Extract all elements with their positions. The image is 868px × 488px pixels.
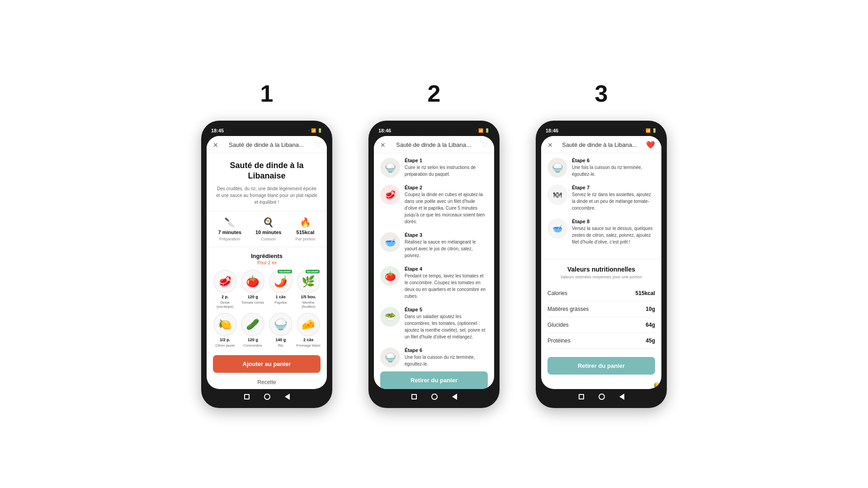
close-button-2[interactable]: ✕ <box>380 141 386 149</box>
ingredient-item-8: 🧀 2 càs Fromage blanc <box>297 313 321 348</box>
heart-button-2[interactable]: ♡ <box>481 141 488 149</box>
ingredient-amount-4: 1/5 bou. <box>301 295 316 299</box>
home-square-btn-3[interactable] <box>579 394 584 399</box>
screen-column-3: 3 18:46 ⋅ 📶 🔋 ✕ Sauté de dinde à la <box>536 80 667 408</box>
step-item-5: 🥗 Étape 5 Dans un saladier ajoutez les c… <box>380 307 488 340</box>
phone-frame-2: 18:46 ⋅ 📶 🔋 ✕ Sauté de dinde à la Libana… <box>368 121 500 408</box>
nutrition-row-fat: Matières grasses 10g <box>547 301 655 317</box>
screen-number-2: 2 <box>428 80 441 107</box>
remove-cart-button-3[interactable]: Retirer du panier <box>547 357 655 375</box>
phone-notch-3 <box>579 126 624 134</box>
prep-label: Préparation <box>219 237 241 241</box>
home-circle-btn-3[interactable] <box>599 394 605 400</box>
ingredient-img-8: 🧀 <box>297 313 320 336</box>
step-img-3-2: 🍽 🍅 <box>547 185 567 205</box>
home-square-btn-2[interactable] <box>411 394 417 399</box>
ingredient-name-4: Menthe (feuilles) <box>297 300 321 309</box>
nutrition-label-fat: Matières grasses <box>547 306 589 312</box>
cal-label: Par portion <box>295 237 315 241</box>
recipe-title-section: Sauté de dinde à la Libanaise Des crudit… <box>207 153 327 211</box>
step-img-2: 🥩 <box>380 185 400 205</box>
step-item-2: 🥩 Étape 2 Coupez la dinde en cubes et aj… <box>380 185 488 225</box>
ingredient-amount-5: 1/2 p. <box>220 338 230 342</box>
close-button-1[interactable]: ✕ <box>213 141 218 149</box>
heart-button-1[interactable]: ♡ <box>314 141 321 149</box>
phone-notch-2 <box>411 126 457 134</box>
remove-cart-button-2[interactable]: Retirer du panier <box>380 371 488 389</box>
ingredient-name-7: Riz <box>278 343 283 348</box>
ingredient-item-6: 🥒 120 g Concombre <box>241 313 265 348</box>
step-title-1: Étape 1 <box>405 158 488 163</box>
step-text-1: Cuire le riz selon les instructions de p… <box>405 164 488 178</box>
recette-link[interactable]: Recette <box>207 377 327 389</box>
step-img-4: 🍅 <box>380 266 400 286</box>
step-item-3-1: 🍚 Étape 6 Une fois la cuisson du riz ter… <box>547 158 655 178</box>
phone-frame-1: 18:45 ⋅ 📶 🔋 ✕ Sauté de dinde à la Libana… <box>201 121 332 408</box>
nutrition-value-protein: 45g <box>646 338 655 344</box>
home-circle-btn-2[interactable] <box>431 394 438 400</box>
app-header-1: ✕ Sauté de dinde à la Libana... ♡ <box>207 136 327 153</box>
stat-prep: 🔪 7 minutes Préparation <box>218 217 241 241</box>
phone-time-3: 18:46 <box>546 128 558 133</box>
step-text-2: Coupez la dinde en cubes et ajoutez-la d… <box>405 191 488 225</box>
bluetooth-icon: ⋅ <box>308 128 310 133</box>
nutrition-subtitle: Valeurs estimées moyennes pour une porti… <box>547 275 655 279</box>
step-text-3: Réalisez la sauce en mélangeant le yaour… <box>405 239 488 259</box>
ingredients-title: Ingrédients <box>213 253 321 259</box>
back-btn-3[interactable] <box>619 394 624 400</box>
home-circle-btn-1[interactable] <box>264 394 270 400</box>
step-img-3-3: 🥣 🍋 <box>547 219 567 239</box>
nutrition-label-protein: Protéines <box>547 338 571 344</box>
phone-icons-1: ⋅ 📶 🔋 <box>308 128 322 133</box>
ingredient-img-2: 🍅 <box>241 270 264 293</box>
cal-value: 515kcal <box>297 230 315 235</box>
step-item-6: 🍚 Étape 6 Une fois la cuisson du riz ter… <box>380 347 488 367</box>
ingredient-amount-7: 140 g <box>275 338 286 342</box>
ingredient-name-5: Citron jaune <box>215 343 235 348</box>
home-square-btn-1[interactable] <box>244 394 250 399</box>
back-btn-1[interactable] <box>285 394 290 400</box>
phone-frame-3: 18:46 ⋅ 📶 🔋 ✕ Sauté de dinde à la Libana… <box>536 121 667 408</box>
phone-bottom-bar-3 <box>541 389 661 403</box>
phone-icons-3: ⋅ 📶 🔋 <box>643 128 657 133</box>
add-cart-button[interactable]: Ajouter au panier <box>213 355 321 373</box>
steps-container-3: 🍚 Étape 6 Une fois la cuisson du riz ter… <box>541 153 661 257</box>
phone-screen-inner-2[interactable]: ✕ Sauté de dinde à la Libana... ♡ 🍚 Étap… <box>374 136 494 389</box>
step-content-3-3: Étape 8 Versez la sauce sur le dessus, q… <box>572 219 655 245</box>
ingredient-name-1: Dinde (escalope) <box>213 300 237 309</box>
nutrition-section: Valeurs nutritionnelles Valeurs estimées… <box>541 261 661 353</box>
screen-number-3: 3 <box>595 80 608 107</box>
step-item-3-3: 🥣 🍋 Étape 8 Versez la sauce sur le dessu… <box>547 219 655 245</box>
ingredient-item-1: 🥩 2 p. Dinde (escalope) <box>213 270 237 309</box>
phone-screen-inner-1[interactable]: ✕ Sauté de dinde à la Libana... ♡ Sauté … <box>207 136 327 389</box>
battery-icon-3: 🔋 <box>652 128 657 133</box>
phone-screen-3: ✕ Sauté de dinde à la Libana... ❤️ 🍚 Éta… <box>541 136 661 389</box>
step-text-3-1: Une fois la cuisson du riz terminée, égo… <box>572 164 655 178</box>
heart-button-3[interactable]: ❤️ <box>646 141 655 149</box>
step-img-6: 🍚 <box>380 347 400 367</box>
nutrition-row-protein: Protéines 45g <box>547 333 655 349</box>
nutrition-divider <box>541 259 661 259</box>
ingredient-item-4: 🌿 facultatif 1/5 bou. Menthe (feuilles) <box>297 270 321 309</box>
step-img-5: 🥗 <box>380 307 400 327</box>
ingredient-img-6: 🥒 <box>241 313 264 336</box>
ingredient-badge-4: facultatif <box>306 270 320 273</box>
recipe-stats: 🔪 7 minutes Préparation 🍳 10 minutes Cui… <box>207 211 327 247</box>
step-text-4: Pendant ce temps, lavez les tomates et l… <box>405 272 488 300</box>
nutrition-value-carbs: 64g <box>646 322 655 328</box>
nutrition-title: Valeurs nutritionnelles <box>547 266 655 273</box>
step-text-3-3: Versez la sauce sur le dessus, quelques … <box>572 225 655 245</box>
step-content-1: Étape 1 Cuire le riz selon les instructi… <box>405 158 488 178</box>
phone-screen-inner-3[interactable]: ✕ Sauté de dinde à la Libana... ❤️ 🍚 Éta… <box>541 136 661 389</box>
ingredient-name-8: Fromage blanc <box>297 343 321 348</box>
step-title-5: Étape 5 <box>405 307 488 312</box>
back-btn-2[interactable] <box>452 394 457 400</box>
step-content-3: Étape 3 Réalisez la sauce en mélangeant … <box>405 232 488 259</box>
step-item-1: 🍚 Étape 1 Cuire le riz selon les instruc… <box>380 158 488 178</box>
battery-icon: 🔋 <box>317 128 322 133</box>
step-title-2: Étape 2 <box>405 185 488 190</box>
close-button-3[interactable]: ✕ <box>547 141 553 149</box>
step-title-6: Étape 6 <box>405 347 488 353</box>
step-img-1: 🍚 <box>380 158 400 178</box>
ingredient-amount-6: 120 g <box>248 338 258 342</box>
